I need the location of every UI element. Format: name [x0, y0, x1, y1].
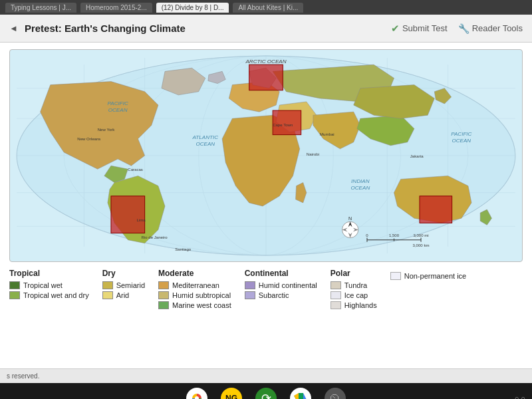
svg-text:OCEAN: OCEAN — [350, 185, 370, 191]
svg-text:N: N — [348, 216, 352, 221]
svg-text:3,000 km: 3,000 km — [413, 243, 430, 247]
tropical-wet-dry-label: Tropical wet and dry — [23, 291, 89, 299]
checkmark-icon: ✔ — [391, 23, 400, 35]
svg-text:ATLANTIC: ATLANTIC — [192, 134, 219, 140]
legend-mediterranean: Mediterranean — [158, 281, 231, 289]
svg-text:1,500: 1,500 — [389, 233, 400, 237]
legend-moderate: Moderate Mediterranean Humid subtropical… — [158, 269, 231, 309]
semiarid-label: Semiarid — [116, 281, 145, 289]
svg-text:New Orleans: New Orleans — [77, 137, 100, 141]
legend-subarctic: Subarctic — [245, 291, 317, 299]
legend-non-permanent: Non-permanent ice — [390, 269, 467, 309]
subarctic-label: Subarctic — [259, 291, 289, 299]
highlands-swatch — [331, 301, 341, 309]
legend-tundra: Tundra — [331, 281, 377, 289]
legend-humid-subtropical: Humid subtropical — [158, 291, 231, 299]
tundra-swatch — [331, 281, 341, 289]
legend-highlands: Highlands — [331, 301, 377, 309]
back-button[interactable]: ◄ — [9, 23, 18, 33]
non-permanent-ice-label: Non-permanent ice — [404, 272, 467, 280]
world-map: ARCTIC OCEAN PACIFIC OCEAN ATLANTIC OCEA… — [9, 49, 523, 262]
legend-ice-cap: Ice cap — [331, 291, 377, 299]
clock-icon[interactable]: ⏲ — [325, 388, 346, 399]
map-legend: Tropical Tropical wet Tropical wet and d… — [9, 269, 523, 309]
submit-test-button[interactable]: ✔ Submit Test — [391, 23, 448, 35]
humid-subtropical-label: Humid subtropical — [172, 291, 231, 299]
humid-subtropical-swatch — [158, 291, 169, 299]
map-svg: ARCTIC OCEAN PACIFIC OCEAN ATLANTIC OCEA… — [10, 50, 522, 261]
legend-polar: Polar Tundra Ice cap Highlands — [331, 269, 377, 309]
ice-cap-swatch — [331, 291, 341, 299]
svg-text:Santiago: Santiago — [175, 247, 192, 251]
svg-text:Nairobi: Nairobi — [307, 152, 319, 156]
tropical-wet-dry-swatch — [9, 291, 20, 299]
main-content: ARCTIC OCEAN PACIFIC OCEAN ATLANTIC OCEA… — [0, 43, 532, 368]
tropical-wet-swatch — [9, 281, 20, 289]
tab-typing[interactable]: Typing Lessons | J... — [5, 3, 76, 13]
svg-text:Mumbai: Mumbai — [320, 132, 334, 136]
svg-text:OCEAN: OCEAN — [452, 138, 471, 144]
footer-copyright: s reserved. — [7, 372, 39, 380]
svg-text:3,000 mi: 3,000 mi — [413, 233, 428, 237]
mediterranean-swatch — [158, 281, 169, 289]
legend-polar-title: Polar — [331, 269, 377, 278]
chrome-icon[interactable] — [186, 388, 207, 399]
reader-tools-button[interactable]: 🔧 Reader Tools — [458, 23, 523, 34]
taskbar: NG ⟳ ⏲ ○ ○ — [0, 383, 532, 399]
tab-homeroom[interactable]: Homeroom 2015-2... — [80, 3, 152, 13]
page-header: ◄ Pretest: Earth's Changing Climate ✔ Su… — [0, 15, 532, 43]
tropical-wet-label: Tropical wet — [23, 281, 63, 289]
marine-west-coast-swatch — [158, 301, 169, 309]
svg-text:Rio de Janeiro: Rio de Janeiro — [142, 235, 168, 239]
header-actions: ✔ Submit Test 🔧 Reader Tools — [391, 23, 523, 35]
humid-continental-swatch — [245, 281, 255, 289]
green-circle-icon[interactable]: ⟳ — [255, 388, 277, 399]
mediterranean-label: Mediterranean — [172, 281, 219, 289]
svg-rect-24 — [249, 65, 283, 90]
ng-icon[interactable]: NG — [221, 388, 242, 399]
arid-swatch — [102, 291, 113, 299]
legend-continental: Continental Humid continental Subarctic — [245, 269, 317, 309]
submit-test-label: Submit Test — [402, 23, 448, 33]
legend-tropical-wet-dry: Tropical wet and dry — [9, 291, 89, 299]
svg-text:OCEAN: OCEAN — [108, 107, 128, 113]
svg-rect-25 — [273, 110, 301, 134]
legend-dry-title: Dry — [102, 269, 145, 278]
svg-rect-27 — [420, 196, 452, 223]
svg-text:PACIFIC: PACIFIC — [107, 100, 128, 106]
svg-text:Cape Town: Cape Town — [273, 123, 293, 127]
non-permanent-ice-swatch — [390, 272, 401, 280]
semiarid-swatch — [102, 281, 113, 289]
legend-dry: Dry Semiarid Arid — [102, 269, 145, 309]
subarctic-swatch — [245, 291, 255, 299]
tundra-label: Tundra — [344, 281, 367, 289]
legend-tropical-wet: Tropical wet — [9, 281, 89, 289]
legend-moderate-title: Moderate — [158, 269, 231, 278]
reader-tools-label: Reader Tools — [472, 23, 523, 33]
svg-text:ARCTIC OCEAN: ARCTIC OCEAN — [245, 59, 286, 65]
svg-text:PACIFIC: PACIFIC — [451, 131, 471, 137]
svg-text:INDIAN: INDIAN — [351, 178, 370, 184]
svg-text:OCEAN: OCEAN — [196, 141, 215, 147]
page-footer: s reserved. — [0, 368, 532, 383]
legend-arid: Arid — [102, 291, 145, 299]
legend-tropical-title: Tropical — [9, 269, 89, 278]
legend-humid-continental: Humid continental — [245, 281, 317, 289]
tab-kites[interactable]: All About Kites | Ki... — [233, 3, 303, 13]
wrench-icon: 🔧 — [458, 23, 469, 34]
drive-icon[interactable] — [290, 388, 311, 399]
legend-marine-west-coast: Marine west coast — [158, 301, 231, 309]
highlands-label: Highlands — [344, 301, 377, 309]
svg-text:Caracas: Caracas — [128, 168, 143, 172]
legend-tropical: Tropical Tropical wet Tropical wet and d… — [9, 269, 89, 309]
svg-text:New York: New York — [98, 128, 116, 132]
legend-semiarid: Semiarid — [102, 281, 145, 289]
arid-label: Arid — [116, 291, 130, 299]
ice-cap-label: Ice cap — [344, 291, 368, 299]
taskbar-status: ○ ○ — [515, 394, 525, 399]
svg-text:Jakarta: Jakarta — [410, 154, 424, 158]
marine-west-coast-label: Marine west coast — [172, 301, 231, 309]
humid-continental-label: Humid continental — [259, 281, 317, 289]
taskbar-right-icons: ○ ○ — [515, 394, 525, 399]
tab-divide[interactable]: (12) Divide by 8 | D... — [156, 3, 229, 13]
